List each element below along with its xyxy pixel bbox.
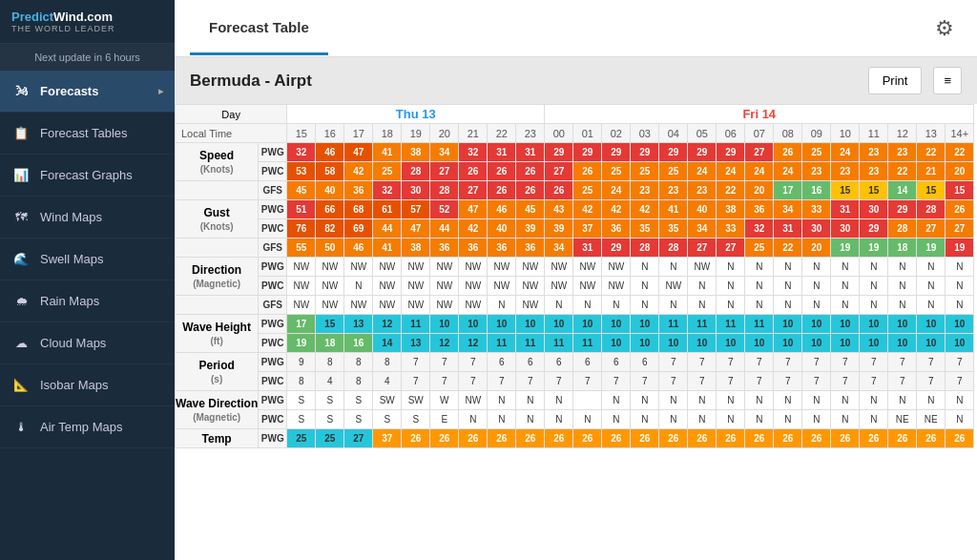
p-pwg-09: 7 <box>802 353 831 372</box>
g-pwc-12: 28 <box>888 219 917 239</box>
g-pwg-20: 52 <box>430 200 459 219</box>
wd-pwg-04: N <box>659 391 688 410</box>
sidebar-item-isobar-maps-label: Isobar Maps <box>40 378 109 392</box>
g-gfs-10: 19 <box>831 239 860 258</box>
s-gfs-09: 16 <box>802 181 831 200</box>
p-pwg-13: 7 <box>917 353 946 372</box>
time-11: 11 <box>860 124 888 143</box>
sidebar-item-wind-maps[interactable]: 🗺 Wind Maps <box>0 197 175 239</box>
sidebar-item-forecast-tables[interactable]: 📋 Forecast Tables <box>0 113 175 155</box>
w-pwg-02: 10 <box>602 315 631 334</box>
p-pwc-09: 7 <box>802 372 831 391</box>
sidebar-item-cloud-maps[interactable]: ☁ Cloud Maps <box>0 322 175 364</box>
sidebar-item-air-temp-maps[interactable]: 🌡 Air Temp Maps <box>0 406 175 448</box>
g-gfs-22: 36 <box>488 239 516 258</box>
gust-label: Gust(Knots) <box>176 200 259 239</box>
s-pwc-09: 23 <box>802 162 831 181</box>
d-gfs-23: NW <box>516 296 545 315</box>
wd-pwc-23: N <box>516 410 545 429</box>
d-pwc-15: NW <box>287 277 316 296</box>
settings-button[interactable]: ⚙ <box>927 9 962 49</box>
s-pwg-14: 22 <box>946 143 974 162</box>
menu-button[interactable]: ≡ <box>933 67 962 94</box>
t-pwg-02: 26 <box>602 429 631 448</box>
sidebar-item-swell-maps[interactable]: 🌊 Swell Maps <box>0 239 175 280</box>
s-pwc-23: 26 <box>516 162 545 181</box>
p-pwg-22: 6 <box>488 353 516 372</box>
forecast-table-tab[interactable]: Forecast Table <box>190 2 328 55</box>
g-pwg-14: 26 <box>946 200 974 219</box>
g-pwc-18: 44 <box>373 219 402 239</box>
s-gfs-13: 15 <box>917 181 946 200</box>
s-pwc-22: 26 <box>488 162 516 181</box>
p-pwc-00: 7 <box>545 372 573 391</box>
p-pwg-16: 8 <box>316 353 344 372</box>
d-pwc-12: N <box>888 277 917 296</box>
w-pwc-07: 10 <box>745 334 774 353</box>
period-pwg-row: Period(s) PWG 9 8 8 8 7 7 7 6 6 6 6 6 <box>176 353 974 372</box>
d-pwg-20: NW <box>430 258 459 277</box>
update-notice: Next update in 6 hours <box>0 44 175 71</box>
p-pwg-15: 9 <box>287 353 316 372</box>
time-12: 12 <box>888 124 917 143</box>
wavedir-pwc-source: PWC <box>259 410 287 429</box>
s-pwg-18: 41 <box>373 143 402 162</box>
w-pwg-07: 11 <box>745 315 774 334</box>
d-pwg-14: N <box>946 258 974 277</box>
speed-pwc-row: PWC 53 58 42 25 28 27 26 26 26 27 26 25 … <box>176 162 974 181</box>
d-gfs-13: N <box>917 296 946 315</box>
d-pwc-17: N <box>344 277 373 296</box>
p-pwg-04: 7 <box>659 353 688 372</box>
d-gfs-19: NW <box>402 296 430 315</box>
w-pwc-23: 11 <box>516 334 545 353</box>
d-pwc-13: N <box>917 277 946 296</box>
thu-header: Thu 13 <box>287 105 545 124</box>
s-pwc-04: 25 <box>659 162 688 181</box>
sidebar-item-isobar-maps[interactable]: 📐 Isobar Maps <box>0 364 175 406</box>
s-pwc-03: 25 <box>631 162 659 181</box>
p-pwc-23: 7 <box>516 372 545 391</box>
print-button[interactable]: Print <box>868 67 923 94</box>
d-gfs-03: N <box>631 296 659 315</box>
p-pwc-07: 7 <box>745 372 774 391</box>
w-pwc-04: 10 <box>659 334 688 353</box>
g-pwg-02: 42 <box>602 200 631 219</box>
g-gfs-01: 31 <box>573 239 602 258</box>
s-pwg-17: 47 <box>344 143 373 162</box>
gust-gfs-spacer <box>176 239 259 258</box>
sidebar-item-forecast-graphs[interactable]: 📊 Forecast Graphs <box>0 155 175 197</box>
w-pwg-03: 10 <box>631 315 659 334</box>
w-pwg-15: 17 <box>287 315 316 334</box>
s-pwc-20: 27 <box>430 162 459 181</box>
g-pwg-21: 47 <box>459 200 488 219</box>
wd-pwg-10: N <box>831 391 860 410</box>
sidebar-item-rain-maps[interactable]: 🌧 Rain Maps <box>0 280 175 322</box>
d-gfs-18: NW <box>373 296 402 315</box>
dir-pwg-row: Direction(Magnetic) PWG NW NW NW NW NW N… <box>176 258 974 277</box>
d-pwg-07: N <box>745 258 774 277</box>
w-pwg-04: 11 <box>659 315 688 334</box>
s-pwc-08: 24 <box>774 162 802 181</box>
wd-pwc-10: N <box>831 410 860 429</box>
sidebar-item-forecasts[interactable]: 🌬 Forecasts ▸ <box>0 71 175 113</box>
wd-pwg-01 <box>573 391 602 410</box>
g-gfs-03: 28 <box>631 239 659 258</box>
d-gfs-01: N <box>573 296 602 315</box>
forecast-table-container[interactable]: Day Thu 13 Fri 14 Local Time 15 16 17 18… <box>175 104 977 560</box>
day-label-spacer: Day <box>176 105 287 124</box>
d-pwc-19: NW <box>402 277 430 296</box>
d-pwg-23: NW <box>516 258 545 277</box>
p-pwc-03: 7 <box>631 372 659 391</box>
forecast-table: Day Thu 13 Fri 14 Local Time 15 16 17 18… <box>175 104 974 448</box>
t-pwg-08: 26 <box>774 429 802 448</box>
g-pwc-20: 44 <box>430 219 459 239</box>
d-pwc-01: NW <box>573 277 602 296</box>
d-pwg-12: N <box>888 258 917 277</box>
wd-pwg-00: N <box>545 391 573 410</box>
wd-pwg-22: N <box>488 391 516 410</box>
s-pwg-23: 31 <box>516 143 545 162</box>
chevron-icon: ▸ <box>158 86 163 96</box>
w-pwc-09: 10 <box>802 334 831 353</box>
p-pwc-18: 4 <box>373 372 402 391</box>
wd-pwc-17: S <box>344 410 373 429</box>
